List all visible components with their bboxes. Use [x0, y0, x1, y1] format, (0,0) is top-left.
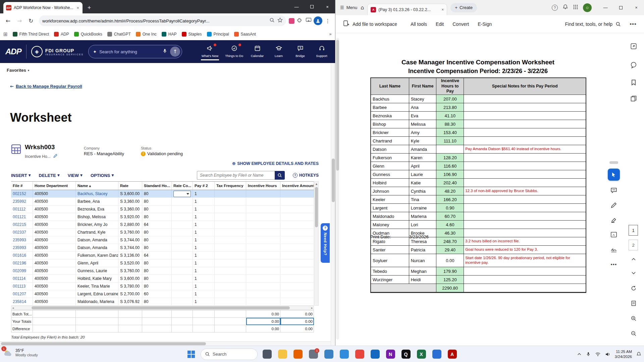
employee-row[interactable]: 002337400500Chartrand, KyleS 3,760.00801 [11, 229, 314, 236]
column-header-name[interactable]: Name▲ [76, 182, 118, 190]
export-pdf-icon[interactable] [629, 42, 638, 51]
cell-file[interactable]: 002337 [11, 229, 33, 236]
scroll-left-icon[interactable]: ◄ [12, 307, 14, 309]
more-tools-icon[interactable]: ••• [609, 259, 619, 269]
scroll-right-icon[interactable]: ► [311, 307, 313, 309]
adp-search-bar[interactable]: ✦ Search for anything ↑ [88, 45, 182, 58]
scrollbar-thumb[interactable] [315, 187, 318, 227]
cell-file[interactable]: 001207 [11, 290, 33, 298]
need-help-tab[interactable]: ? Need Help? [321, 223, 330, 263]
chevron-down-icon[interactable] [630, 269, 637, 277]
delete-menu[interactable]: DELETE▼ [39, 173, 60, 178]
taskbar-app-onenote[interactable]: N [384, 348, 397, 361]
pencil-tool-icon[interactable] [609, 200, 619, 210]
employee-row[interactable]: 001112400500Beznoska, EvaS 3,360.00801 [11, 205, 314, 213]
scrollbar-thumb[interactable] [1, 342, 206, 345]
options-menu[interactable]: OPTIONS▼ [91, 173, 114, 178]
nav-whats-new[interactable]: What's New [201, 43, 219, 60]
tray-expand-icon[interactable] [577, 352, 582, 357]
employee-row[interactable]: 235993400500Datson, AmandaS 3,744.00801 [11, 236, 314, 244]
taskbar-app-firefox[interactable] [291, 348, 305, 361]
view-menu[interactable]: VIEW▼ [68, 173, 83, 178]
column-header-standard-ho[interactable]: Standard Ho... [142, 182, 172, 190]
tab-close-icon[interactable]: × [441, 7, 444, 12]
all-tools-tab[interactable]: All tools [411, 21, 427, 27]
bookmark-principal[interactable]: Principal [207, 32, 229, 37]
add-file-button[interactable]: Add file to workspace [343, 20, 397, 28]
employee-row[interactable]: 001121400500Bishop, MelissaS 3,920.00801 [11, 213, 314, 221]
taskbar-app-file-explorer[interactable] [276, 348, 289, 361]
volume-icon[interactable] [605, 352, 610, 357]
more-options-icon[interactable]: ••• [630, 21, 637, 27]
column-header-pay-2[interactable]: Pay # 2 [193, 182, 215, 190]
rotate-page-icon[interactable] [630, 285, 637, 292]
cell-file[interactable]: 001114 [11, 275, 33, 282]
url-bar[interactable] [39, 15, 286, 26]
employee-row[interactable]: 001113400500Keeler, Tina MarieS 3,780.00… [11, 283, 314, 290]
bookmarks-overflow-icon[interactable]: » [329, 32, 332, 37]
help-icon[interactable]: ? [552, 5, 558, 11]
bookmark-staples[interactable]: Staples [182, 32, 202, 37]
browser-minimize-button[interactable]: — [289, 0, 304, 13]
nav-support[interactable]: Support [314, 43, 330, 60]
zoom-in-icon[interactable] [630, 315, 637, 322]
nav-calendar[interactable]: Calendar [249, 43, 265, 60]
scrollbar-thumb[interactable] [336, 40, 339, 171]
home-icon[interactable]: ⌂ [361, 4, 364, 11]
add-text-tool-icon[interactable]: A [609, 230, 619, 240]
taskbar-clock[interactable]: 11:25 AM 3/24/2026 [615, 349, 632, 359]
bookmark-saasant[interactable]: SaasAnt [234, 32, 256, 37]
acrobat-maximize-button[interactable] [613, 0, 629, 15]
cell-file[interactable]: 001112 [11, 205, 33, 213]
zoom-icon[interactable] [269, 17, 275, 24]
comment-tool-icon[interactable] [609, 185, 619, 195]
page-vertical-scrollbar[interactable] [331, 63, 335, 346]
page-horizontal-scrollbar[interactable] [0, 341, 331, 346]
cell-file[interactable]: 001113 [11, 283, 33, 290]
cast-icon[interactable] [304, 17, 313, 24]
tab-close-icon[interactable]: × [76, 5, 80, 10]
employee-row[interactable]: 235992400500Barbee, AnaS 3,360.00801 [11, 198, 314, 205]
taskbar-app-quickbooks[interactable]: Q [399, 348, 413, 361]
account-avatar[interactable]: ☺ [583, 3, 592, 12]
cell-file[interactable]: 001121 [11, 213, 33, 221]
browser-maximize-button[interactable] [304, 0, 320, 13]
bookmark-star-icon[interactable] [277, 17, 283, 24]
employee-row[interactable]: 002196400500Glenn, AprilS 3,520.00801 [11, 259, 314, 267]
cell-file[interactable]: 235992 [11, 198, 33, 205]
employee-row[interactable]: 235993400500Datson, AmandaS 3,744.00801 [11, 244, 314, 252]
taskbar-search[interactable]: Search [201, 349, 258, 360]
taskbar-app-chrome[interactable] [353, 348, 366, 361]
employee-row[interactable]: 002099400500Gunness, LaurieS 3,760.00801 [11, 267, 314, 275]
taskbar-app-acrobat[interactable]: A [445, 348, 459, 361]
cell-file[interactable]: 002099 [11, 267, 33, 275]
browser-tab[interactable]: ADP ADP Workforce Now - Workshe... × [3, 2, 83, 13]
apps-grid-icon[interactable] [573, 4, 578, 11]
insert-menu[interactable]: INSERT▼ [11, 173, 31, 178]
acrobat-menu-button[interactable]: ☰Menu [340, 5, 357, 10]
fit-page-icon[interactable] [630, 300, 637, 307]
cell-file[interactable]: 001616 [11, 252, 33, 259]
create-button[interactable]: +Create [450, 3, 477, 12]
cell-file[interactable]: 002196 [11, 259, 33, 267]
bell-icon[interactable] [562, 4, 568, 11]
column-header-tax-frequency[interactable]: Tax Frequency [215, 182, 246, 190]
find-tools-search[interactable]: Find text, tools, or help [565, 21, 621, 27]
nav-bridge[interactable]: B Bridge [292, 43, 308, 60]
column-header-rate[interactable]: Rate [118, 182, 142, 190]
column-header-file[interactable]: File # [11, 182, 33, 190]
bookmark-one-inc[interactable]: One Inc [136, 32, 157, 37]
taskbar-app-edge[interactable] [337, 348, 351, 361]
edit-tab[interactable]: Edit [436, 21, 444, 27]
employee-row[interactable]: 001207400500Largent, Edna LorraineS 2,70… [11, 290, 314, 298]
highlighter-tool-icon[interactable] [609, 215, 619, 225]
nav-things-to-do[interactable]: Things to Do [224, 43, 244, 60]
wifi-icon[interactable] [595, 352, 601, 357]
signature-tool-icon[interactable] [609, 244, 619, 254]
browser-close-button[interactable]: × [320, 0, 335, 13]
employee-row[interactable]: 001114400500Holbird, Katie MaryS 3,600.0… [11, 275, 314, 283]
employee-row[interactable]: 002152400500Backhus, StaceyS 3,600.00801 [11, 190, 314, 198]
palette-drag-handle[interactable] [609, 161, 618, 164]
page-1-thumbnail[interactable]: 1 [629, 225, 638, 236]
scrollbar-thumb[interactable] [332, 159, 335, 202]
